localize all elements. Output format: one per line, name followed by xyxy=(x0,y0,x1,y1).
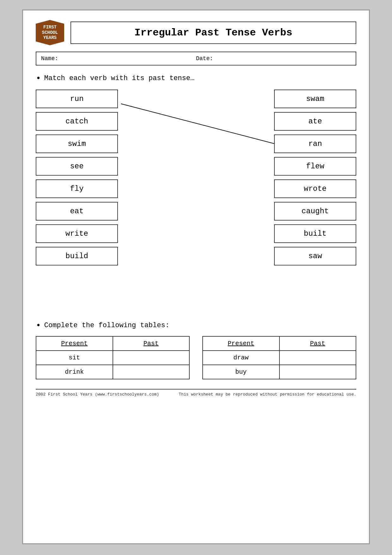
table-row: sit xyxy=(36,351,189,365)
title-box: Irregular Past Tense Verbs xyxy=(70,22,356,44)
verb-box-build: build xyxy=(36,247,118,265)
logo-line1: FIRST xyxy=(43,25,57,30)
table-row: buy xyxy=(203,365,356,379)
table2-row1-present: draw xyxy=(203,351,279,365)
table2: Present Past draw buy xyxy=(202,336,356,379)
table-row: draw xyxy=(203,351,356,365)
verb-box-built: built xyxy=(274,224,356,243)
instruction1-text: Match each verb with its past tense… xyxy=(44,74,194,82)
footer: 2002 First School Years (www.firstschool… xyxy=(36,389,356,397)
verb-box-eat: eat xyxy=(36,202,118,221)
matching-section: run catch swim see fly eat write build s… xyxy=(36,90,356,311)
table1-row1-past[interactable] xyxy=(113,351,190,365)
tables-section: Present Past sit drink Present xyxy=(36,336,356,379)
logo-line2: SCHOOL xyxy=(42,30,58,35)
table-row: drink xyxy=(36,365,189,379)
svg-line-0 xyxy=(121,104,295,149)
instruction1: • Match each verb with its past tense… xyxy=(36,73,356,83)
table1-row1-present: sit xyxy=(36,351,113,365)
verb-box-ran: ran xyxy=(274,134,356,153)
table1: Present Past sit drink xyxy=(36,336,190,379)
name-date-row: Name: Date: xyxy=(36,52,356,65)
table2-col2-header: Past xyxy=(279,336,356,351)
bullet2: • xyxy=(36,321,41,330)
verb-box-swim: swim xyxy=(36,134,118,153)
verb-box-ate: ate xyxy=(274,112,356,131)
table1-col2-header: Past xyxy=(113,336,190,351)
footer-right: This worksheet may be reproduced without… xyxy=(179,392,356,397)
verb-box-fly: fly xyxy=(36,179,118,198)
instruction2-text: Complete the following tables: xyxy=(44,321,169,329)
bullet1: • xyxy=(36,73,41,83)
verb-box-saw: saw xyxy=(274,247,356,265)
logo-line3: YEARS xyxy=(43,35,57,41)
instruction2: • Complete the following tables: xyxy=(36,321,356,330)
table1-col1-header: Present xyxy=(36,336,113,351)
logo: FIRST SCHOOL YEARS xyxy=(36,20,64,45)
verb-box-see: see xyxy=(36,157,118,176)
verb-box-flew: flew xyxy=(274,157,356,176)
verb-box-wrote: wrote xyxy=(274,179,356,198)
table1-row2-past[interactable] xyxy=(113,365,190,379)
verb-box-write: write xyxy=(36,224,118,243)
table2-col1-header: Present xyxy=(203,336,279,351)
verb-box-catch: catch xyxy=(36,112,118,131)
name-label: Name: xyxy=(41,55,196,62)
date-label: Date: xyxy=(196,55,351,62)
table1-row2-present: drink xyxy=(36,365,113,379)
table2-row2-past[interactable] xyxy=(279,365,356,379)
table2-row1-past[interactable] xyxy=(279,351,356,365)
verb-box-caught: caught xyxy=(274,202,356,221)
footer-left: 2002 First School Years (www.firstschool… xyxy=(36,392,159,397)
page: FIRST SCHOOL YEARS Irregular Past Tense … xyxy=(22,9,370,544)
header: FIRST SCHOOL YEARS Irregular Past Tense … xyxy=(36,20,356,45)
verb-box-run: run xyxy=(36,90,118,108)
left-column: run catch swim see fly eat write build xyxy=(36,90,118,311)
verb-box-swam: swam xyxy=(274,90,356,108)
table2-row2-present: buy xyxy=(203,365,279,379)
page-title: Irregular Past Tense Verbs xyxy=(77,27,349,39)
right-column: swam ate ran flew wrote caught built saw xyxy=(274,90,356,265)
